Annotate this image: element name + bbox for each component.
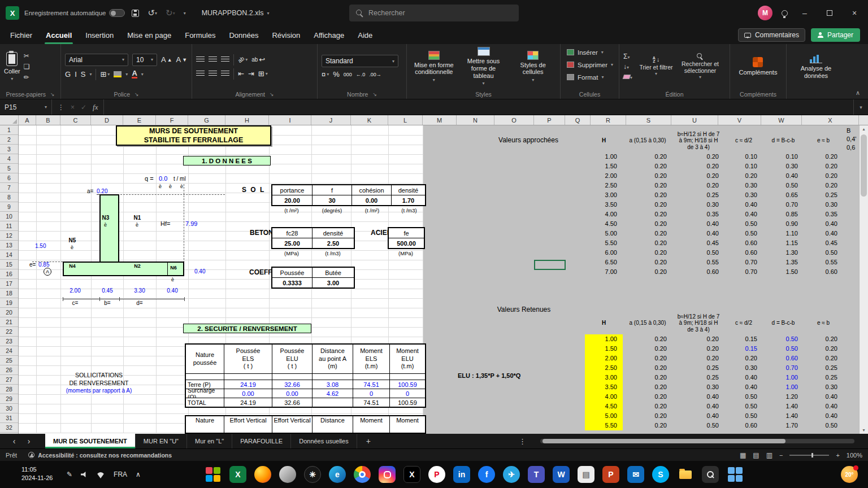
cell[interactable]: 0.50 (804, 248, 843, 258)
page-layout-view-icon[interactable]: ▤ (753, 451, 759, 459)
cell[interactable]: 0.40 (804, 219, 843, 229)
delete-cells-button[interactable]: Supprimer▾ (565, 59, 615, 71)
cell[interactable]: 0.10 (724, 162, 763, 171)
cell[interactable]: 4.00 (585, 392, 623, 402)
cell[interactable]: 0.60 (724, 238, 763, 248)
cell[interactable]: 0.25 (672, 363, 724, 373)
cell[interactable]: f (313, 185, 352, 195)
cell[interactable]: 1.00 (763, 382, 804, 392)
cell[interactable]: Distance (313, 416, 353, 434)
cell[interactable]: 0.25 (672, 373, 724, 382)
cell[interactable]: 0.00 (272, 389, 313, 398)
column-header-H[interactable]: H (225, 115, 269, 125)
cell[interactable]: 0.20 (672, 344, 724, 354)
italic-button[interactable]: I (75, 70, 77, 79)
cell[interactable]: 0.90 (763, 219, 804, 229)
dialog-launcher-icon[interactable]: ↘ (270, 91, 274, 97)
cell[interactable]: Moment (353, 416, 390, 434)
vertical-scrollbar[interactable]: ▴ ▾ (859, 125, 868, 434)
cell[interactable]: 3.08 (313, 380, 353, 389)
cell[interactable]: 0.25 (804, 190, 843, 200)
selected-cell[interactable] (534, 260, 566, 270)
row-header-10[interactable]: 10 (0, 212, 18, 221)
cell[interactable]: 0.20 (623, 219, 672, 229)
decrease-decimal-icon[interactable]: .00→ (369, 72, 381, 77)
column-header-O[interactable]: O (494, 115, 534, 125)
quick-access-chevron-icon[interactable]: ▾ (182, 6, 188, 20)
cell[interactable]: 0.20 (623, 171, 672, 181)
orientation-icon[interactable]: ab▾ (238, 56, 248, 63)
chrome-icon[interactable] (354, 466, 371, 483)
row-header-6[interactable]: 6 (0, 173, 18, 183)
copy-icon[interactable]: ❏ (24, 63, 30, 71)
row-header-30[interactable]: 30 (0, 404, 18, 413)
row-header-31[interactable]: 31 (0, 413, 18, 423)
tab-scroll-left-icon[interactable]: ‹ (7, 437, 21, 446)
cell[interactable]: TOTAL (186, 398, 224, 407)
menu-tab-fichier[interactable]: Fichier (3, 26, 39, 44)
cell[interactable]: 5.00 (585, 411, 623, 421)
cell[interactable]: 0.50 (763, 344, 804, 354)
row-header-21[interactable]: 21 (0, 317, 18, 327)
row-header-2[interactable]: 2 (0, 135, 18, 145)
cell[interactable]: 1.40 (763, 411, 804, 421)
cell[interactable]: 0.20 (804, 181, 843, 190)
cell[interactable]: 0.20 (804, 152, 843, 162)
row-header-23[interactable]: 23 (0, 337, 18, 346)
a-label[interactable]: a= (87, 188, 93, 194)
cell[interactable]: 30 (313, 195, 352, 205)
align-center-icon[interactable] (209, 71, 217, 77)
cell[interactable] (313, 374, 353, 380)
sort-filter-button[interactable]: AZ↓ Trier et filtrer▾ (636, 56, 676, 77)
cell[interactable]: 1.00 (763, 373, 804, 382)
column-header-F[interactable]: F (156, 115, 188, 125)
row-header-9[interactable]: 9 (0, 202, 18, 212)
cell[interactable]: 1.20 (763, 392, 804, 402)
select-all-corner[interactable] (0, 115, 19, 125)
row-header-7[interactable]: 7 (0, 183, 18, 193)
cell[interactable]: 20.00 (272, 195, 313, 205)
section1-header[interactable]: 1. D O N N E E S (183, 156, 271, 165)
sheet-tab-donn-es-usuelles[interactable]: Données usuelles (291, 434, 357, 448)
row-header-14[interactable]: 14 (0, 250, 18, 260)
column-header-S[interactable]: S (626, 115, 671, 125)
cell[interactable]: 3.50 (585, 382, 623, 392)
cell[interactable]: 0.40 (672, 402, 724, 411)
cell[interactable]: 0.20 (623, 190, 672, 200)
font-color-icon[interactable]: A (132, 70, 137, 79)
cell[interactable]: 1.70 (763, 421, 804, 430)
increase-indent-icon[interactable]: ⇥ (248, 69, 254, 78)
cell[interactable]: Nature (186, 416, 224, 434)
cell[interactable]: 0.40 (724, 200, 763, 210)
cell[interactable]: 6.00 (585, 248, 623, 258)
cell[interactable]: 0.40 (724, 382, 763, 392)
cell[interactable]: 3.00 (585, 190, 623, 200)
tray-expand-icon[interactable]: ∧ (136, 470, 141, 478)
dialog-launcher-icon[interactable]: ↘ (134, 91, 139, 97)
dialog-launcher-icon[interactable]: ↘ (50, 91, 55, 97)
autosave-control[interactable]: Enregistrement automatique (24, 9, 125, 17)
insert-function-icon[interactable]: fx (93, 103, 98, 112)
cancel-icon[interactable]: × (71, 103, 75, 111)
cell[interactable]: 0.20 (672, 354, 724, 363)
cell[interactable]: 0.20 (672, 171, 724, 181)
cell[interactable]: Effort Vertical (224, 416, 272, 434)
cell[interactable] (272, 374, 313, 380)
sheet-tab-mur-en-u[interactable]: MUR EN "U" (136, 434, 187, 448)
cell[interactable]: 1.40 (763, 402, 804, 411)
section2-header[interactable]: 2. SECURITE / RENVERSEMENT (183, 324, 311, 333)
cell[interactable]: Moment (390, 416, 425, 434)
cell[interactable]: 0.45 (672, 238, 724, 248)
cell[interactable]: 0.20 (804, 354, 843, 363)
cell[interactable]: 0.50 (804, 421, 843, 430)
cell[interactable]: 0.50 (724, 411, 763, 421)
page-break-view-icon[interactable]: ▥ (766, 451, 772, 459)
number-format-select[interactable]: Standard▾ (322, 55, 398, 67)
undo-icon[interactable]: ↺▾ (146, 6, 159, 20)
excel-icon[interactable]: X (229, 466, 246, 483)
column-header-A[interactable]: A (19, 115, 36, 125)
name-box[interactable]: P15▾ (0, 99, 52, 115)
sheet-tab-mur-en-l[interactable]: Mur en "L" (187, 434, 232, 448)
menu-tab-aide[interactable]: Aide (351, 26, 379, 44)
cell[interactable]: 0.20 (623, 210, 672, 219)
